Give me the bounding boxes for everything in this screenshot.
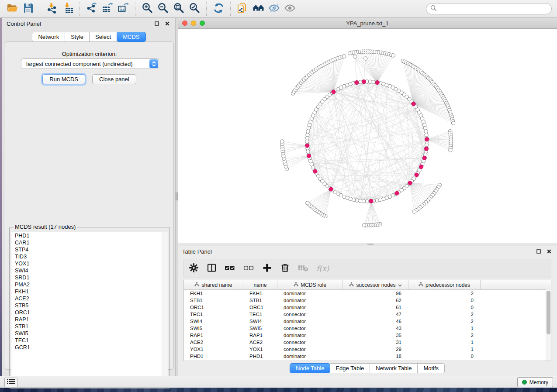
table-row[interactable]: SWI5SWI5connector431	[184, 325, 551, 332]
table-cell[interactable]: ORC1	[243, 304, 277, 311]
search-input[interactable]	[439, 4, 551, 14]
mcds-result-item[interactable]: SWI4	[11, 267, 168, 274]
table-cell[interactable]: dominator	[277, 332, 343, 339]
table-cell[interactable]: connector	[277, 339, 343, 346]
table-cell[interactable]: FKH1	[243, 290, 277, 297]
table-scrollbar[interactable]	[546, 289, 551, 361]
table-cell[interactable]: 1	[408, 339, 481, 346]
table-cell[interactable]: STB1	[243, 297, 277, 304]
table-cell[interactable]: TEC1	[243, 311, 277, 318]
save-session-button[interactable]	[20, 1, 36, 16]
table-cell[interactable]: 1	[408, 346, 481, 353]
zoom-window-button[interactable]	[200, 21, 205, 26]
tab-network-table[interactable]: Network Table	[370, 363, 418, 373]
hide-selected-button[interactable]	[266, 1, 282, 16]
table-cell[interactable]: 0	[408, 297, 481, 304]
mcds-result-list[interactable]: PHD1CAR1STP4TID3YOX1SWI4SRD1PMA2FKH1ACE2…	[11, 232, 168, 387]
zoom-in-button[interactable]	[139, 1, 155, 16]
column-browser-button[interactable]	[206, 263, 217, 274]
close-panel-icon[interactable]	[546, 248, 553, 255]
zoom-selected-button[interactable]	[187, 1, 202, 16]
table-cell[interactable]: dominator	[277, 353, 343, 360]
tab-node-table[interactable]: Node Table	[290, 363, 331, 373]
table-cell[interactable]: RAP1	[184, 332, 243, 339]
table-cell[interactable]: ORC1	[184, 304, 243, 311]
mcds-result-item[interactable]: STB5	[11, 302, 168, 309]
table-cell[interactable]: 29	[343, 346, 408, 353]
table-cell[interactable]: connector	[277, 311, 343, 318]
table-cell[interactable]: 2	[408, 290, 481, 297]
close-panel-button[interactable]: Close panel	[92, 74, 136, 84]
mcds-result-item[interactable]: STP4	[11, 246, 168, 253]
table-cell[interactable]: PHD1	[243, 353, 277, 360]
close-window-button[interactable]	[182, 21, 187, 26]
table-cell[interactable]: 0	[408, 304, 481, 311]
column-header-MCDS-role[interactable]: MCDS role	[277, 280, 343, 289]
mcds-result-item[interactable]: ORC1	[11, 309, 168, 316]
column-header-shared-name[interactable]: shared name	[184, 280, 243, 289]
task-history-button[interactable]	[4, 378, 17, 387]
table-row[interactable]: PHD1PHD1dominator180	[184, 353, 551, 360]
import-network-button[interactable]	[44, 1, 60, 16]
table-cell[interactable]: connector	[277, 346, 343, 353]
table-cell[interactable]: 2	[408, 332, 481, 339]
minimize-window-button[interactable]	[191, 21, 196, 26]
tab-style[interactable]: Style	[65, 32, 90, 42]
table-cell[interactable]: 18	[343, 353, 408, 360]
table-cell[interactable]: dominator	[277, 297, 343, 304]
table-cell[interactable]: dominator	[277, 290, 343, 297]
first-neighbors-button[interactable]	[250, 1, 266, 16]
mcds-result-item[interactable]: PHD1	[11, 232, 168, 239]
table-cell[interactable]: 1	[408, 325, 481, 332]
column-header-name[interactable]: name	[243, 280, 277, 289]
show-all-button[interactable]	[282, 1, 298, 16]
export-network-button[interactable]	[84, 1, 100, 16]
table-row[interactable]: YOX1YOX1connector291	[184, 346, 551, 353]
table-cell[interactable]: 47	[343, 311, 408, 318]
table-cell[interactable]: 62	[343, 297, 408, 304]
table-cell[interactable]: 43	[343, 325, 408, 332]
export-image-button[interactable]	[115, 1, 131, 16]
mcds-result-item[interactable]: RAP1	[11, 316, 168, 323]
tab-edge-table[interactable]: Edge Table	[330, 363, 370, 373]
network-canvas[interactable]	[178, 29, 557, 243]
mcds-result-item[interactable]: GCR1	[11, 344, 168, 351]
tab-network[interactable]: Network	[32, 32, 65, 42]
table-cell[interactable]: 61	[343, 304, 408, 311]
tab-motifs[interactable]: Motifs	[418, 363, 445, 373]
table-cell[interactable]: ACE2	[243, 339, 277, 346]
table-cell[interactable]: FKH1	[184, 290, 243, 297]
import-table-button[interactable]	[60, 1, 76, 16]
table-cell[interactable]: STB1	[184, 297, 243, 304]
mcds-result-item[interactable]: TEC1	[11, 337, 168, 344]
column-header-predecessor-nodes[interactable]: predecessor nodes	[408, 280, 481, 289]
table-cell[interactable]: 35	[343, 332, 408, 339]
zoom-out-button[interactable]	[155, 1, 171, 16]
table-cell[interactable]: ACE2	[184, 339, 243, 346]
column-settings-button[interactable]	[188, 263, 199, 274]
network-from-selection-button[interactable]	[235, 1, 250, 16]
mcds-result-item[interactable]: CAR1	[11, 239, 168, 246]
float-panel-icon[interactable]	[535, 248, 542, 255]
table-cell[interactable]: SWI5	[243, 325, 277, 332]
tab-select[interactable]: Select	[90, 32, 117, 42]
add-column-button[interactable]	[262, 263, 272, 274]
mcds-result-item[interactable]: STB1	[11, 323, 168, 330]
deselect-all-button[interactable]	[243, 263, 254, 274]
network-graph[interactable]	[178, 29, 557, 243]
mcds-result-item[interactable]: ACE2	[11, 295, 168, 302]
table-row[interactable]: RAP1RAP1dominator352	[184, 332, 551, 339]
table-cell[interactable]: dominator	[277, 318, 343, 325]
mcds-result-item[interactable]: TID3	[11, 253, 168, 260]
mcds-result-item[interactable]: FKH1	[11, 288, 168, 295]
table-cell[interactable]: 2	[408, 311, 481, 318]
tab-mcds[interactable]: MCDS	[117, 32, 145, 42]
table-row[interactable]: SWI4SWI4dominator462	[184, 318, 551, 325]
node-table[interactable]: shared namenameMCDS rolesuccessor nodesp…	[183, 280, 551, 361]
select-all-button[interactable]	[224, 263, 235, 274]
table-cell[interactable]: YOX1	[243, 346, 277, 353]
mcds-result-item[interactable]: YOX1	[11, 260, 168, 267]
table-row[interactable]: STB1STB1dominator620	[184, 297, 551, 304]
mcds-result-item[interactable]: PMA2	[11, 281, 168, 288]
table-row[interactable]: ORC1ORC1dominator610	[184, 304, 551, 311]
